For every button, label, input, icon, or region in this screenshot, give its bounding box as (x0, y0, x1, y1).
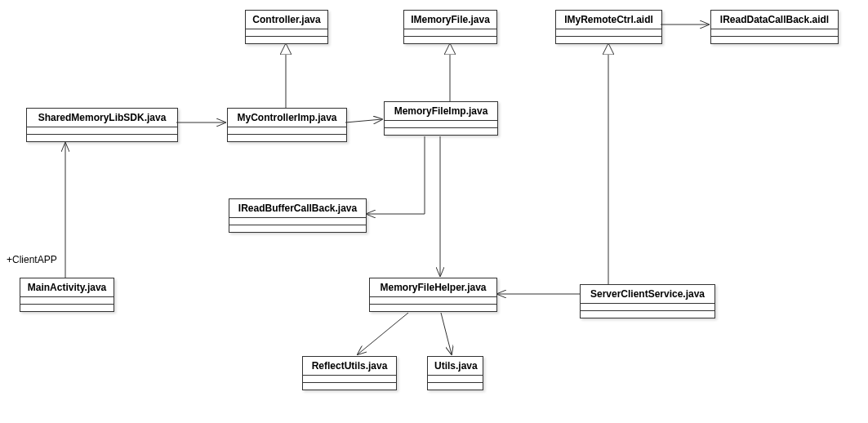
class-imyremotectrl: IMyRemoteCtrl.aidl (555, 10, 662, 44)
class-attrs (246, 29, 327, 37)
class-methods (370, 305, 496, 311)
class-attrs (303, 376, 396, 383)
class-attrs (385, 121, 497, 128)
class-methods (428, 383, 483, 390)
class-title: MemoryFileImp.java (385, 102, 497, 121)
class-attrs (228, 127, 346, 135)
edge-memfilehelper-utils (441, 313, 452, 354)
class-controller: Controller.java (245, 10, 328, 44)
class-title: ServerClientService.java (581, 285, 714, 304)
class-ireadbuffercallback: IReadBufferCallBack.java (229, 198, 367, 233)
edge-memoryfileimp-ireadbuffer (367, 136, 425, 214)
class-mycontrollerimp: MyControllerImp.java (227, 108, 347, 142)
class-title: SharedMemoryLibSDK.java (27, 109, 177, 127)
class-imemoryfile: IMemoryFile.java (403, 10, 497, 44)
class-serverclientservice: ServerClientService.java (580, 284, 715, 318)
class-reflectutils: ReflectUtils.java (302, 356, 397, 390)
class-sharedmemory: SharedMemoryLibSDK.java (26, 108, 178, 142)
class-utils: Utils.java (427, 356, 483, 390)
class-mainactivity: MainActivity.java (20, 278, 114, 312)
edge-memfilehelper-reflectutils (358, 313, 408, 354)
class-methods (246, 37, 327, 43)
class-title: IMyRemoteCtrl.aidl (556, 11, 661, 29)
class-attrs (370, 297, 496, 305)
class-title: MyControllerImp.java (228, 109, 346, 127)
class-methods (20, 305, 114, 311)
class-title: IMemoryFile.java (404, 11, 496, 29)
class-title: MainActivity.java (20, 278, 114, 297)
class-attrs (711, 29, 838, 37)
class-methods (556, 37, 661, 43)
class-title: ReflectUtils.java (303, 357, 396, 376)
class-memoryfileimp: MemoryFileImp.java (384, 101, 498, 136)
class-title: Utils.java (428, 357, 483, 376)
class-title: MemoryFileHelper.java (370, 278, 496, 297)
class-attrs (556, 29, 661, 37)
class-methods (404, 37, 496, 43)
class-attrs (581, 304, 714, 311)
class-attrs (404, 29, 496, 37)
class-memoryfilehelper: MemoryFileHelper.java (369, 278, 497, 312)
class-methods (385, 128, 497, 135)
class-attrs (229, 218, 366, 225)
class-methods (27, 135, 177, 141)
class-title: IReadDataCallBack.aidl (711, 11, 838, 29)
edge-mycontroller-memoryfileimp (345, 119, 382, 122)
class-methods (228, 135, 346, 141)
class-ireaddatacallback: IReadDataCallBack.aidl (710, 10, 839, 44)
class-attrs (20, 297, 114, 305)
class-title: IReadBufferCallBack.java (229, 199, 366, 218)
note-clientapp: +ClientAPP (7, 254, 57, 265)
class-attrs (428, 376, 483, 383)
class-methods (581, 311, 714, 318)
class-title: Controller.java (246, 11, 327, 29)
class-attrs (27, 127, 177, 135)
class-methods (303, 383, 396, 390)
class-methods (711, 37, 838, 43)
class-methods (229, 225, 366, 232)
